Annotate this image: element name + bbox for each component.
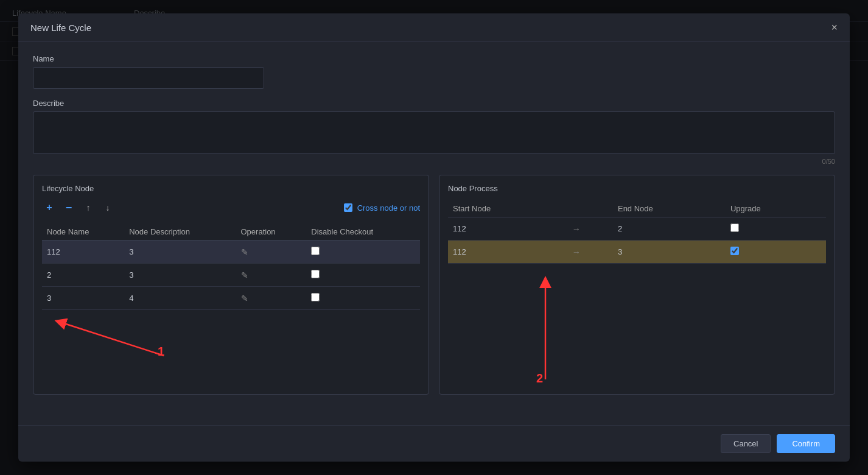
annotation2-label: 2 bbox=[536, 371, 543, 385]
move-up-button[interactable]: ↑ bbox=[81, 200, 96, 215]
node-desc-cell: 3 bbox=[124, 264, 236, 287]
table-row[interactable]: 112 3 ✎ bbox=[42, 241, 420, 264]
node-checkout-cell bbox=[306, 241, 420, 264]
node-process-title: Node Process bbox=[448, 184, 826, 193]
edit-icon[interactable]: ✎ bbox=[241, 294, 248, 303]
annotation1-arrow bbox=[42, 310, 225, 359]
describe-label: Describe bbox=[33, 99, 835, 108]
cross-node-checkbox[interactable] bbox=[344, 203, 352, 212]
annotation1-area: 1 bbox=[42, 310, 420, 359]
lifecycle-node-panel: Lifecycle Node + − ↑ ↓ Cross node or not bbox=[33, 175, 429, 395]
annotation2-arrow bbox=[448, 264, 631, 385]
node-edit-cell: ✎ bbox=[236, 287, 307, 310]
disable-checkout-checkbox-0[interactable] bbox=[311, 247, 320, 255]
remove-node-button[interactable]: − bbox=[61, 200, 76, 215]
annotation1-label: 1 bbox=[158, 345, 164, 359]
node-checkout-cell bbox=[306, 287, 420, 310]
lifecycle-node-title: Lifecycle Node bbox=[42, 184, 420, 193]
node-process-panel: Node Process Start Node End Node Upgrade bbox=[439, 175, 835, 395]
col-operation: Operation bbox=[236, 223, 307, 241]
edit-icon[interactable]: ✎ bbox=[241, 270, 248, 280]
upgrade-checkbox-0[interactable] bbox=[730, 223, 739, 232]
upgrade-cell bbox=[726, 217, 826, 241]
start-node-cell: 112 bbox=[448, 241, 567, 264]
modal-footer: Cancel Confirm bbox=[18, 425, 850, 462]
disable-checkout-checkbox-2[interactable] bbox=[311, 293, 320, 301]
cross-node-label: Cross node or not bbox=[357, 203, 420, 213]
node-toolbar: + − ↑ ↓ Cross node or not bbox=[42, 200, 420, 215]
end-node-cell: 2 bbox=[613, 217, 726, 241]
annotation2-area: 2 bbox=[448, 264, 826, 385]
close-button[interactable]: × bbox=[831, 22, 838, 33]
process-row[interactable]: 112 → 3 bbox=[448, 241, 826, 264]
upgrade-cell bbox=[726, 241, 826, 264]
name-input[interactable] bbox=[33, 67, 264, 89]
svg-line-1 bbox=[60, 322, 164, 356]
process-row[interactable]: 112 → 2 bbox=[448, 217, 826, 241]
node-name-cell: 112 bbox=[42, 241, 124, 264]
col-upgrade: Upgrade bbox=[726, 200, 826, 217]
arrow-right-icon: → bbox=[572, 224, 581, 234]
panels-container: Lifecycle Node + − ↑ ↓ Cross node or not bbox=[33, 175, 835, 395]
arrow-right-icon: → bbox=[572, 247, 581, 257]
modal-body: Name Describe 0/50 Lifecycle Node + − ↑ … bbox=[18, 42, 850, 425]
node-table: Node Name Node Description Operation Dis… bbox=[42, 223, 420, 310]
name-label: Name bbox=[33, 54, 835, 63]
process-table: Start Node End Node Upgrade 112 → 2 bbox=[448, 200, 826, 264]
name-field-group: Name bbox=[33, 54, 835, 89]
describe-field-group: Describe 0/50 bbox=[33, 99, 835, 165]
col-arrow-spacer bbox=[567, 200, 613, 217]
confirm-button[interactable]: Confirm bbox=[777, 434, 835, 453]
node-name-cell: 3 bbox=[42, 287, 124, 310]
col-end-node: End Node bbox=[613, 200, 726, 217]
node-edit-cell: ✎ bbox=[236, 264, 307, 287]
describe-textarea[interactable] bbox=[33, 111, 835, 154]
node-name-cell: 2 bbox=[42, 264, 124, 287]
arrow-cell: → bbox=[567, 241, 613, 264]
move-down-button[interactable]: ↓ bbox=[100, 200, 115, 215]
table-row[interactable]: 2 3 ✎ bbox=[42, 264, 420, 287]
start-node-cell: 112 bbox=[448, 217, 567, 241]
col-node-name: Node Name bbox=[42, 223, 124, 241]
col-start-node: Start Node bbox=[448, 200, 567, 217]
add-node-button[interactable]: + bbox=[42, 200, 57, 215]
node-desc-cell: 3 bbox=[124, 241, 236, 264]
upgrade-checkbox-1[interactable] bbox=[730, 247, 739, 255]
arrow-cell: → bbox=[567, 217, 613, 241]
char-count: 0/50 bbox=[33, 158, 835, 165]
modal-header: New Life Cycle × bbox=[18, 13, 850, 42]
table-row[interactable]: 3 4 ✎ bbox=[42, 287, 420, 310]
col-disable-checkout: Disable Checkout bbox=[306, 223, 420, 241]
cross-node-toggle: Cross node or not bbox=[344, 203, 420, 213]
node-desc-cell: 4 bbox=[124, 287, 236, 310]
node-checkout-cell bbox=[306, 264, 420, 287]
node-edit-cell: ✎ bbox=[236, 241, 307, 264]
modal-dialog: New Life Cycle × Name Describe 0/50 Life… bbox=[18, 13, 850, 462]
col-node-desc: Node Description bbox=[124, 223, 236, 241]
disable-checkout-checkbox-1[interactable] bbox=[311, 270, 320, 278]
modal-title: New Life Cycle bbox=[30, 23, 91, 33]
edit-icon[interactable]: ✎ bbox=[241, 247, 248, 257]
cancel-button[interactable]: Cancel bbox=[721, 434, 771, 453]
end-node-cell: 3 bbox=[613, 241, 726, 264]
